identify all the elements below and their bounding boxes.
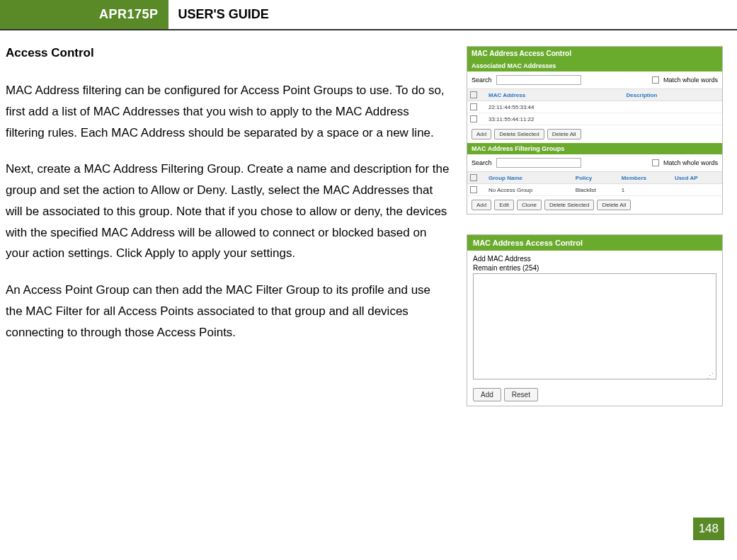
mac-cell: 33:11:55:44:11:22 [486,113,623,125]
match-whole-words-checkbox-2[interactable] [652,159,659,166]
search-label: Search [472,76,492,84]
delete-selected-group-button[interactable]: Delete Selected [544,200,594,210]
add-button[interactable]: Add [472,129,491,139]
row-checkbox[interactable] [470,115,477,122]
col-policy: Policy [573,172,619,184]
section-title: Access Control [6,46,450,60]
table-row[interactable]: 33:11:55:44:11:22 [467,113,722,125]
paragraph-2: Next, create a MAC Address Filtering Gro… [6,159,450,264]
clone-group-button[interactable]: Clone [517,200,542,210]
mac-address-textarea[interactable] [473,273,716,379]
search-input[interactable] [496,75,581,85]
delete-all-button[interactable]: Delete All [547,129,581,139]
search-label: Search [472,159,492,166]
row-checkbox[interactable] [470,186,477,193]
add-button[interactable]: Add [473,388,501,401]
desc-cell [623,101,722,113]
col-members: Members [619,172,672,184]
members-cell: 1 [619,184,672,196]
col-mac: MAC Address [486,89,623,101]
delete-selected-button[interactable]: Delete Selected [494,129,544,139]
match-whole-words-label-2: Match whole words [663,159,718,166]
table-row[interactable]: No Access Group Blacklist 1 [467,184,722,196]
delete-all-group-button[interactable]: Delete All [597,200,631,210]
desc-cell [623,113,722,125]
paragraph-3: An Access Point Group can then add the M… [6,280,450,343]
edit-group-button[interactable]: Edit [494,200,514,210]
add-mac-label: Add MAC Address [473,255,716,263]
assoc-mac-table: MAC Address Description 22:11:44:55:33:4… [467,88,722,125]
row-checkbox[interactable] [470,103,477,110]
paragraph-1: MAC Address filtering can be configured … [6,80,450,143]
match-whole-words-checkbox[interactable] [652,76,659,84]
page-header: APR175P USER'S GUIDE [0,0,737,30]
panel2-title: MAC Address Access Control [467,235,722,251]
select-all-groups-checkbox[interactable] [470,174,477,181]
policy-cell: Blacklist [573,184,619,196]
col-usedap: Used AP [672,172,722,184]
add-group-button[interactable]: Add [472,200,491,210]
guide-title: USER'S GUIDE [168,0,737,29]
screenshot-access-control-panel: MAC Address Access Control Associated MA… [467,46,723,215]
panel1-groups-title: MAC Address Filtering Groups [467,143,722,154]
filter-groups-table: Group Name Policy Members Used AP No Acc… [467,171,722,196]
search-input-groups[interactable] [496,158,581,168]
col-desc: Description [623,89,722,101]
panel1-assoc-title: Associated MAC Addresses [467,60,722,72]
table-row[interactable]: 22:11:44:55:33:44 [467,101,722,113]
select-all-checkbox[interactable] [470,91,477,98]
group-name-cell: No Access Group [486,184,573,196]
screenshot-add-mac-panel: MAC Address Access Control Add MAC Addre… [467,234,723,406]
page-number: 148 [693,518,724,540]
product-name: APR175P [0,0,168,29]
col-group-name: Group Name [486,172,573,184]
mac-cell: 22:11:44:55:33:44 [486,101,623,113]
usedap-cell [672,184,722,196]
panel1-title: MAC Address Access Control [467,47,722,60]
reset-button[interactable]: Reset [504,388,538,401]
remain-entries-label: Remain entries (254) [473,264,716,272]
match-whole-words-label: Match whole words [663,76,718,84]
